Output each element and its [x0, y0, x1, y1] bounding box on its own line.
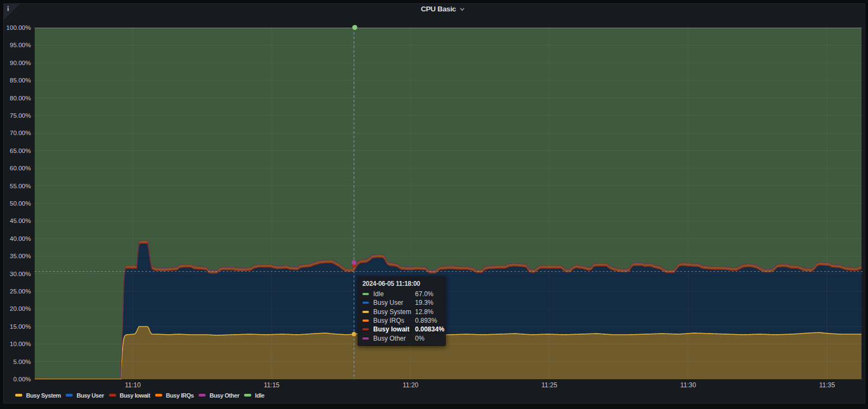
- svg-text:90.00%: 90.00%: [10, 60, 31, 66]
- svg-text:11:15: 11:15: [264, 381, 279, 389]
- svg-text:20.00%: 20.00%: [10, 305, 31, 312]
- svg-text:11:30: 11:30: [680, 381, 696, 389]
- svg-text:0.00%: 0.00%: [13, 376, 31, 382]
- svg-text:100.00%: 100.00%: [7, 24, 31, 31]
- svg-text:95.00%: 95.00%: [10, 42, 31, 48]
- svg-text:75.00%: 75.00%: [10, 112, 31, 119]
- svg-text:40.00%: 40.00%: [10, 235, 31, 242]
- svg-text:10.00%: 10.00%: [10, 341, 31, 347]
- svg-text:30.00%: 30.00%: [10, 271, 31, 277]
- svg-text:80.00%: 80.00%: [10, 95, 31, 101]
- svg-text:65.00%: 65.00%: [10, 148, 31, 154]
- svg-text:45.00%: 45.00%: [10, 218, 31, 224]
- svg-text:11:25: 11:25: [541, 381, 557, 389]
- svg-text:55.00%: 55.00%: [10, 183, 31, 189]
- svg-text:50.00%: 50.00%: [10, 200, 31, 207]
- svg-text:70.00%: 70.00%: [10, 130, 31, 136]
- svg-text:11:35: 11:35: [819, 381, 835, 389]
- svg-text:25.00%: 25.00%: [10, 288, 31, 295]
- svg-text:5.00%: 5.00%: [13, 359, 31, 365]
- svg-text:11:20: 11:20: [403, 381, 418, 389]
- svg-text:60.00%: 60.00%: [10, 165, 31, 171]
- svg-text:15.00%: 15.00%: [10, 323, 31, 330]
- svg-text:11:10: 11:10: [125, 381, 141, 389]
- svg-text:85.00%: 85.00%: [10, 77, 31, 84]
- svg-text:35.00%: 35.00%: [10, 253, 31, 259]
